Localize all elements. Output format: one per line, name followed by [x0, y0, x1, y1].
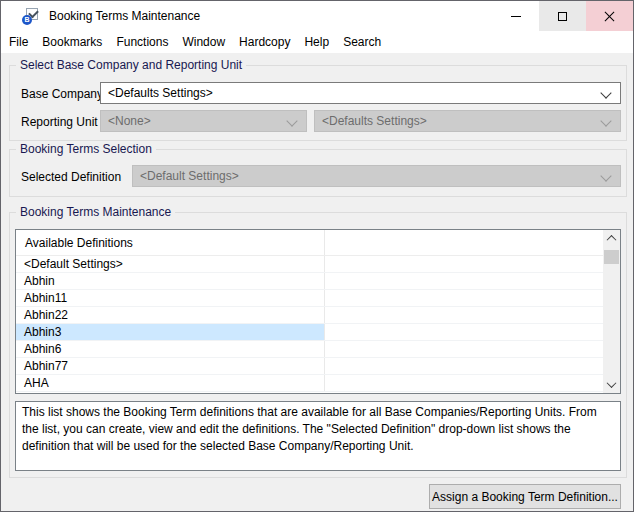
- description-box: This list shows the Booking Term definit…: [15, 401, 621, 471]
- menu-window[interactable]: Window: [182, 35, 225, 49]
- titlebar: B Booking Terms Maintenance: [1, 1, 633, 31]
- group-title: Select Base Company and Reporting Unit: [16, 58, 246, 72]
- list-item-cell2: [324, 290, 603, 306]
- close-button[interactable]: [586, 1, 633, 31]
- reporting-unit-label: Reporting Unit: [21, 115, 98, 129]
- menubar: File Bookmarks Functions Window Hardcopy…: [1, 31, 633, 53]
- group-select-base-company: Select Base Company and Reporting Unit B…: [9, 65, 627, 141]
- menu-help[interactable]: Help: [304, 35, 329, 49]
- selected-definition-select: <Default Settings>: [132, 165, 621, 187]
- menu-functions[interactable]: Functions: [116, 35, 168, 49]
- group-booking-terms-maintenance: Booking Terms Maintenance Available Defi…: [9, 212, 627, 478]
- group-booking-terms-selection: Booking Terms Selection Selected Definit…: [9, 149, 627, 197]
- chevron-down-icon: [286, 115, 297, 126]
- reporting-unit-settings-select: <Defaults Settings>: [314, 110, 621, 132]
- chevron-down-icon: [600, 115, 611, 126]
- minimize-icon: [511, 16, 521, 17]
- booking-app-icon: B: [22, 8, 39, 24]
- selected-definition-value: <Default Settings>: [140, 169, 239, 183]
- chevron-down-icon: [600, 87, 611, 98]
- list-item-cell2: [324, 375, 603, 391]
- assign-definition-button-label: Assign a Booking Term Definition...: [432, 490, 618, 504]
- chevron-down-icon: [607, 378, 617, 388]
- selected-definition-label: Selected Definition: [21, 170, 121, 184]
- close-icon: [604, 11, 615, 22]
- scroll-down-button[interactable]: [603, 376, 620, 393]
- list-item-label: Abhin77: [16, 358, 324, 374]
- minimize-button[interactable]: [492, 1, 539, 31]
- list-item-cell2: [324, 307, 603, 323]
- booking-terms-window: B Booking Terms Maintenance File Bookmar…: [0, 0, 634, 512]
- base-company-select[interactable]: <Defaults Settings>: [100, 82, 621, 104]
- maximize-icon: [558, 12, 567, 21]
- list-item-label: AHA: [16, 375, 324, 391]
- assign-definition-button[interactable]: Assign a Booking Term Definition...: [429, 484, 621, 509]
- column-header-label: Available Definitions: [16, 236, 324, 250]
- list-item-cell2: [324, 256, 603, 272]
- list-item-label: <Default Settings>: [16, 256, 324, 272]
- menu-file[interactable]: File: [9, 35, 28, 49]
- badge-letter-icon: B: [22, 15, 32, 25]
- group-title: Booking Terms Selection: [16, 142, 156, 156]
- list-row[interactable]: <Default Settings>: [16, 256, 603, 273]
- list-row[interactable]: Abhin22: [16, 307, 603, 324]
- list-row[interactable]: Abhin: [16, 273, 603, 290]
- list-row[interactable]: Abhin11: [16, 290, 603, 307]
- chevron-up-icon: [607, 235, 617, 245]
- list-item-cell2: [324, 341, 603, 357]
- group-title: Booking Terms Maintenance: [16, 205, 175, 219]
- vertical-scrollbar[interactable]: [603, 230, 620, 393]
- scroll-up-button[interactable]: [603, 230, 620, 247]
- list-item-label: Abhin: [16, 273, 324, 289]
- list-item-cell2: [324, 324, 603, 340]
- list-item-label: Abhin6: [16, 341, 324, 357]
- description-text: This list shows the Booking Term definit…: [22, 405, 597, 453]
- list-item-label: Abhin11: [16, 290, 324, 306]
- column-header-empty: [324, 230, 603, 255]
- list-row[interactable]: Abhin77: [16, 358, 603, 375]
- base-company-value: <Defaults Settings>: [108, 86, 213, 100]
- list-item-label: Abhin3: [16, 324, 324, 340]
- reporting-unit-value: <None>: [108, 114, 151, 128]
- list-row-selected[interactable]: Abhin3: [16, 324, 603, 341]
- reporting-unit-settings-value: <Defaults Settings>: [322, 114, 427, 128]
- window-title: Booking Terms Maintenance: [49, 9, 200, 23]
- list-row[interactable]: Abhin6: [16, 341, 603, 358]
- list-row[interactable]: AHA: [16, 375, 603, 392]
- list-column-header[interactable]: Available Definitions: [16, 230, 603, 256]
- maximize-button[interactable]: [539, 1, 586, 31]
- caption-buttons: [492, 1, 633, 31]
- menu-hardcopy[interactable]: Hardcopy: [239, 35, 290, 49]
- base-company-label: Base Company: [21, 87, 103, 101]
- menu-search[interactable]: Search: [343, 35, 381, 49]
- definitions-list: Available Definitions <Default Settings>…: [15, 229, 621, 394]
- menu-bookmarks[interactable]: Bookmarks: [42, 35, 102, 49]
- list-item-cell2: [324, 273, 603, 289]
- list-item-cell2: [324, 358, 603, 374]
- chevron-down-icon: [600, 170, 611, 181]
- reporting-unit-select: <None>: [100, 110, 307, 132]
- list-item-label: Abhin22: [16, 307, 324, 323]
- scrollbar-thumb[interactable]: [604, 250, 619, 264]
